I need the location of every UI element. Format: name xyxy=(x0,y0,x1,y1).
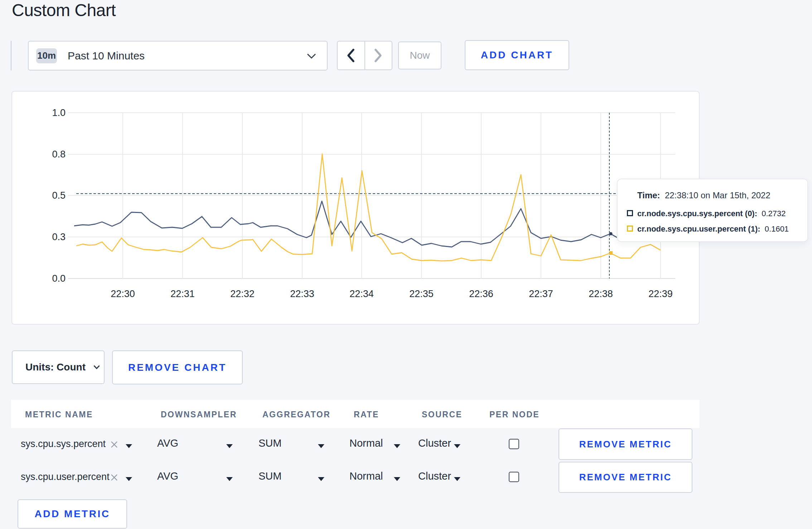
svg-text:22:36: 22:36 xyxy=(469,288,493,299)
svg-text:0.8: 0.8 xyxy=(52,149,66,160)
svg-text:22:37: 22:37 xyxy=(529,288,553,299)
svg-text:22:35: 22:35 xyxy=(409,288,434,299)
svg-text:0.3: 0.3 xyxy=(52,232,66,242)
svg-text:22:38: 22:38 xyxy=(589,288,613,299)
svg-text:22:33: 22:33 xyxy=(290,288,314,299)
svg-text:22:39: 22:39 xyxy=(648,288,673,299)
svg-text:0.0: 0.0 xyxy=(52,273,66,284)
svg-text:22:30: 22:30 xyxy=(111,288,135,299)
svg-text:22:34: 22:34 xyxy=(349,288,374,299)
svg-text:1.0: 1.0 xyxy=(52,107,66,118)
svg-text:22:32: 22:32 xyxy=(230,288,255,299)
svg-text:22:31: 22:31 xyxy=(170,288,195,299)
svg-text:0.5: 0.5 xyxy=(52,190,66,201)
